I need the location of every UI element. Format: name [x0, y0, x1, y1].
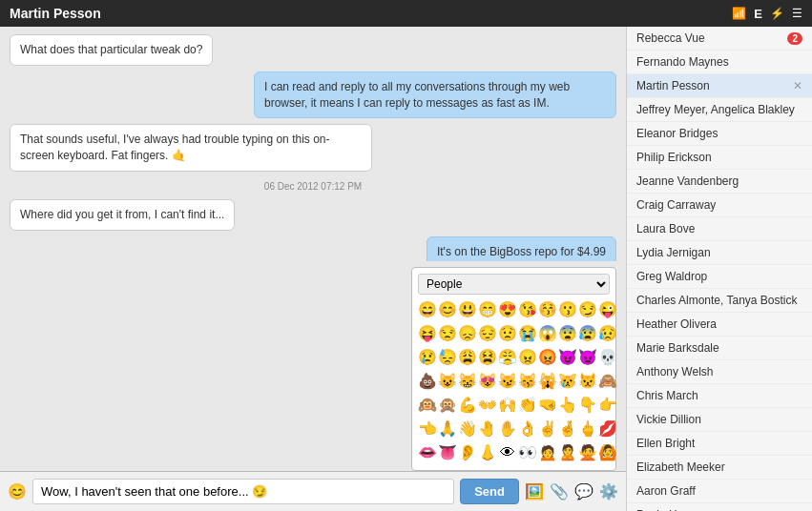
emoji-cell[interactable]: 🙉 [418, 394, 437, 417]
sidebar-contact-item[interactable]: Philip Erickson [627, 146, 812, 170]
emoji-cell[interactable]: 👋 [458, 418, 477, 440]
sidebar-contact-item[interactable]: Ellen Bright [627, 432, 812, 456]
emoji-cell[interactable]: 💋 [598, 418, 617, 440]
emoji-cell[interactable]: 😒 [438, 322, 457, 345]
emoji-cell[interactable]: 🙅 [578, 441, 597, 464]
emoji-cell[interactable]: 😄 [418, 298, 437, 321]
emoji-cell[interactable]: 👌 [518, 418, 537, 440]
emoji-cell[interactable]: 💪 [458, 394, 477, 417]
emoji-cell[interactable]: 🙆 [598, 441, 617, 464]
emoji-cell[interactable]: 😈 [558, 346, 577, 369]
emoji-cell[interactable]: 👉 [598, 394, 617, 417]
emoji-category-select[interactable]: PeopleNatureObjectsPlacesSymbols [418, 274, 610, 295]
emoji-cell[interactable]: 😭 [518, 322, 537, 345]
emoji-cell[interactable]: 🙌 [498, 394, 517, 417]
sidebar-contact-item[interactable]: Martin Pesson✕ [627, 74, 812, 98]
emoji-cell[interactable]: 😔 [478, 322, 497, 345]
emoji-cell[interactable]: 😏 [578, 298, 597, 321]
emoji-cell[interactable]: 👆 [558, 394, 577, 417]
sidebar-contact-item[interactable]: Chris March [627, 384, 812, 408]
sidebar-contact-item[interactable]: Charles Almonte, Tanya Bostick [627, 289, 812, 313]
emoji-cell[interactable]: 🖕 [578, 418, 597, 440]
emoji-cell[interactable]: 👿 [578, 346, 597, 369]
close-chat-icon[interactable]: ✕ [793, 79, 802, 92]
emoji-cell[interactable]: 😻 [478, 370, 497, 393]
sidebar-contact-item[interactable]: Craig Carraway [627, 194, 812, 217]
sidebar-contact-item[interactable]: Vickie Dillion [627, 408, 812, 432]
emoji-cell[interactable]: 👐 [478, 394, 497, 417]
emoji-cell[interactable]: ✋ [498, 418, 517, 440]
sidebar-contact-item[interactable]: Jeanne Vandenberg [627, 170, 812, 194]
emoji-cell[interactable]: 😫 [478, 346, 497, 369]
emoji-cell[interactable]: 🙊 [438, 394, 457, 417]
sidebar-contact-item[interactable]: Elizabeth Meeker [627, 456, 812, 480]
emoji-cell[interactable]: 😰 [578, 322, 597, 345]
emoji-input-icon[interactable]: 😊 [8, 482, 27, 501]
emoji-cell[interactable]: 😊 [438, 298, 457, 321]
image-icon[interactable]: 🖼️ [525, 482, 544, 501]
emoji-cell[interactable]: 👇 [578, 394, 597, 417]
emoji-cell[interactable]: 👈 [418, 418, 437, 440]
emoji-cell[interactable]: ✌ [538, 418, 557, 440]
emoji-cell[interactable]: 👄 [418, 441, 437, 464]
emoji-cell[interactable]: 🙀 [538, 370, 557, 393]
emoji-cell[interactable]: 😱 [538, 322, 557, 345]
emoji-cell[interactable]: 😸 [458, 370, 477, 393]
emoji-cell[interactable]: 😠 [518, 346, 537, 369]
sidebar-contact-item[interactable]: Eleanor Bridges [627, 122, 812, 146]
emoji-cell[interactable]: 💩 [418, 370, 437, 393]
emoji-cell[interactable]: 😞 [458, 322, 477, 345]
emoji-cell[interactable]: 😢 [418, 346, 437, 369]
attachment-icon[interactable]: 📎 [550, 482, 569, 501]
send-button[interactable]: Send [460, 479, 519, 504]
message-input[interactable] [32, 479, 454, 504]
emoji-cell[interactable]: 🤜 [538, 394, 557, 417]
emoji-cell[interactable]: 👏 [518, 394, 537, 417]
emoji-cell[interactable]: 😓 [438, 346, 457, 369]
emoji-cell[interactable]: 👁 [498, 441, 517, 464]
emoji-cell[interactable]: 😗 [558, 298, 577, 321]
sidebar-contact-item[interactable]: Paula Hance [627, 503, 812, 511]
sidebar-contact-item[interactable]: Fernando Maynes [627, 51, 812, 74]
emoji-cell[interactable]: 😚 [538, 298, 557, 321]
sidebar-contact-item[interactable]: Marie Barksdale [627, 337, 812, 360]
emoji-cell[interactable]: 😟 [498, 322, 517, 345]
emoji-cell[interactable]: 💀 [598, 346, 617, 369]
emoji-cell[interactable]: 😾 [578, 370, 597, 393]
sidebar-contact-item[interactable]: Laura Bove [627, 217, 812, 241]
emoji-cell[interactable]: 😤 [498, 346, 517, 369]
sidebar-contact-item[interactable]: Rebecca Vue2 [627, 27, 812, 51]
emoji-cell[interactable]: 😜 [598, 298, 617, 321]
emoji-cell[interactable]: 🙏 [438, 418, 457, 440]
settings-icon[interactable]: ⚙️ [599, 482, 618, 501]
emoji-cell[interactable]: 😽 [518, 370, 537, 393]
emoji-cell[interactable]: 🙈 [598, 370, 617, 393]
emoji-cell[interactable]: 🙎 [558, 441, 577, 464]
emoji-cell[interactable]: 😨 [558, 322, 577, 345]
sidebar-contact-item[interactable]: Heather Olivera [627, 313, 812, 337]
sidebar-contact-item[interactable]: Lydia Jernigan [627, 241, 812, 265]
emoji-cell[interactable]: 😃 [458, 298, 477, 321]
sidebar-contact-item[interactable]: Aaron Graff [627, 480, 812, 503]
emoji-cell[interactable]: 😡 [538, 346, 557, 369]
emoji-cell[interactable]: 👅 [438, 441, 457, 464]
emoji-cell[interactable]: 👂 [458, 441, 477, 464]
emoji-cell[interactable]: 😥 [598, 322, 617, 345]
sidebar-contact-item[interactable]: Greg Waldrop [627, 265, 812, 289]
emoji-cell[interactable]: 👀 [518, 441, 537, 464]
emoji-cell[interactable]: 😍 [498, 298, 517, 321]
sidebar-contact-item[interactable]: Jeffrey Meyer, Angelica Blakley [627, 98, 812, 122]
emoji-cell[interactable]: 😿 [558, 370, 577, 393]
emoji-cell[interactable]: 😼 [498, 370, 517, 393]
sidebar-contact-item[interactable]: Anthony Welsh [627, 360, 812, 384]
smiley-icon[interactable]: 💬 [574, 482, 593, 501]
emoji-cell[interactable]: 🤚 [478, 418, 497, 440]
emoji-cell[interactable]: 🤞 [558, 418, 577, 440]
emoji-cell[interactable]: 😺 [438, 370, 457, 393]
emoji-cell[interactable]: 😁 [478, 298, 497, 321]
emoji-cell[interactable]: 😝 [418, 322, 437, 345]
emoji-cell[interactable]: 😘 [518, 298, 537, 321]
emoji-cell[interactable]: 🙍 [538, 441, 557, 464]
emoji-cell[interactable]: 😩 [458, 346, 477, 369]
emoji-cell[interactable]: 👃 [478, 441, 497, 464]
